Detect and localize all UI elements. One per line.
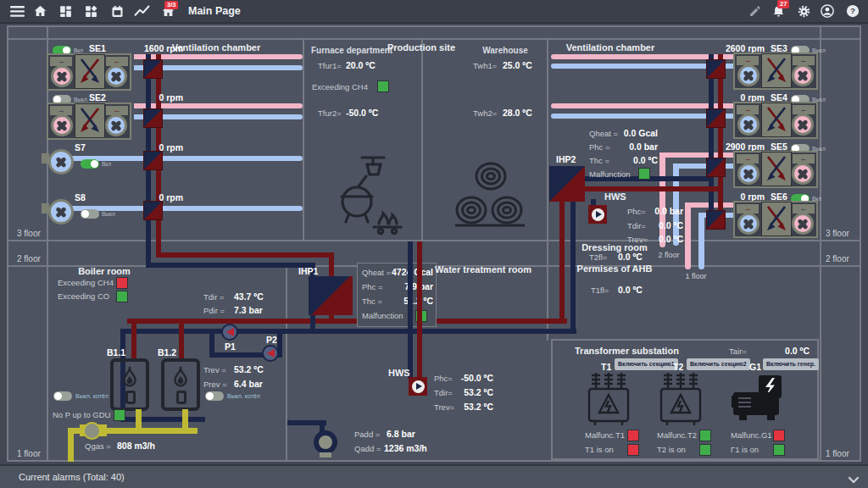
floor-label: 1 floor: [17, 449, 41, 458]
heat-exchanger-icon: [75, 54, 105, 89]
wall: [7, 38, 861, 40]
damper-valve[interactable]: [143, 151, 163, 170]
pipe-heat-return-header: [120, 329, 576, 334]
settings-gear-icon[interactable]: [795, 3, 812, 19]
enable-section2-button[interactable]: Включить секцию2: [687, 358, 750, 370]
p1-label: P1: [225, 341, 236, 352]
hws-right-tdir-value: 0.0 ºC: [648, 220, 683, 230]
s8-fan-icon[interactable]: [48, 199, 74, 225]
b11-toggle[interactable]: [53, 391, 72, 401]
s8-label: S8: [75, 192, 86, 202]
s7-toggle-label: Вкл: [102, 161, 111, 167]
hws-mid-trev-label: Trev=: [434, 402, 454, 412]
room-title-water: Water treatment room: [415, 264, 551, 274]
damper-valve[interactable]: [706, 108, 726, 128]
se4-fan-unit[interactable]: → ←: [733, 102, 818, 139]
ihp1-heat-point[interactable]: [309, 276, 353, 315]
se1-rpm: 1600 rpm: [125, 43, 183, 53]
damper-valve[interactable]: [706, 158, 726, 177]
p1-pump-icon[interactable]: [221, 324, 238, 341]
enable-generator-button[interactable]: Включить генер.: [763, 358, 819, 370]
se3-fan-unit[interactable]: → ←: [733, 53, 818, 90]
floor-label: 2 floor: [17, 254, 41, 263]
pipe-heat-supply-header: [127, 319, 567, 324]
alarm-bar[interactable]: Current alarms (Total: 40): [0, 464, 868, 488]
s7-label: S7: [75, 142, 86, 152]
damper-valve[interactable]: [143, 201, 163, 220]
generator-g1-icon: [732, 374, 784, 428]
s7-fan-icon[interactable]: [48, 149, 74, 175]
padd-value: 6.8 bar: [387, 429, 415, 439]
wall: [303, 38, 304, 241]
return-fan-icon: [105, 114, 127, 136]
trev-value: 53.2 ºC: [234, 364, 264, 374]
alarm-bar-label: Current alarms (Total: 40): [19, 472, 125, 482]
return-fan-icon: [737, 114, 760, 136]
g1-on-label: Г1 is on: [731, 445, 759, 454]
pipe-air-riser: [698, 213, 704, 269]
boiler-b12[interactable]: [161, 358, 200, 411]
pipe-heat-supply: [329, 315, 334, 320]
ihp2-heat-point[interactable]: [549, 166, 585, 202]
prev-label: Prev =: [203, 380, 227, 389]
b12-label: B1.2: [158, 347, 176, 358]
floor-label: 3 floor: [826, 229, 849, 238]
calendar-icon[interactable]: [108, 3, 125, 19]
room-title-permises: Permises of AHB: [562, 263, 667, 274]
home-icon[interactable]: [31, 3, 48, 19]
supply-fan-icon: [792, 163, 814, 185]
s8-toggle-label: Выкл: [102, 211, 115, 217]
makeup-pump-icon[interactable]: [314, 430, 337, 454]
expand-chevron-icon[interactable]: [848, 473, 860, 488]
qadd-label: Qadd =: [354, 444, 381, 453]
gas-valve-icon[interactable]: [83, 422, 101, 440]
t2-on-status: [699, 444, 711, 456]
supply-fan-icon: [792, 64, 814, 86]
se1-toggle-label: Вкл: [74, 47, 83, 53]
help-icon[interactable]: ?: [844, 3, 861, 19]
menu-icon[interactable]: [8, 3, 25, 19]
hws-right-tdir-label: Tdir=: [627, 221, 646, 230]
return-fan-icon: [105, 65, 127, 87]
pipe-hws-supply-riser: [417, 241, 422, 380]
hws-right-pump-icon[interactable]: [588, 205, 607, 224]
p2-pump-icon[interactable]: [262, 345, 279, 362]
malfunc-t2-label: Malfunc.T2: [657, 430, 697, 440]
enable-section1-button[interactable]: Включить секцию1: [615, 358, 678, 370]
widgets-icon[interactable]: [82, 3, 99, 19]
t1-on-label: T1 is on: [585, 445, 614, 454]
wall: [820, 25, 821, 462]
edit-icon[interactable]: [747, 3, 764, 19]
flame-icon: [120, 365, 140, 389]
padd-label: Padd =: [354, 430, 380, 439]
pipe-heat-supply: [559, 202, 565, 324]
b12-toggle[interactable]: [205, 391, 224, 401]
ihp1-label: IHP1: [298, 266, 318, 276]
room-title-transformer: Transformer substation: [575, 346, 702, 356]
se2-rpm: 0 rpm: [125, 92, 183, 103]
se1-label: SE1: [89, 43, 106, 53]
ihp2-malfunction-status: [638, 168, 650, 180]
hws-right-phc-value: 0.0 bar: [648, 206, 683, 216]
se6-fan-unit[interactable]: → ←: [733, 201, 818, 238]
tdir-label: Tdir =: [203, 292, 225, 302]
t2fl-value: 0.0 ºC: [618, 252, 643, 262]
damper-valve[interactable]: [706, 59, 726, 79]
damper-valve[interactable]: [706, 210, 726, 230]
se2-label: SE2: [89, 92, 106, 103]
boiler-b11[interactable]: [110, 358, 149, 411]
se5-fan-unit[interactable]: → ←: [733, 151, 818, 188]
trend-icon[interactable]: [133, 3, 150, 19]
se1-fan-unit[interactable]: → ←: [47, 53, 131, 91]
dashboard-icon[interactable]: [57, 3, 74, 19]
heat-exchanger-icon: [761, 202, 792, 236]
qadd-value: 1236 m3/h: [384, 443, 427, 453]
wall: [421, 38, 423, 241]
damper-valve[interactable]: [143, 59, 163, 79]
damper-valve[interactable]: [143, 108, 163, 128]
account-icon[interactable]: [819, 3, 836, 19]
hws-mid-pump-icon[interactable]: [409, 377, 427, 396]
s7-toggle[interactable]: [81, 159, 99, 169]
se2-fan-unit[interactable]: → ←: [47, 103, 131, 140]
s8-toggle[interactable]: [81, 209, 99, 219]
